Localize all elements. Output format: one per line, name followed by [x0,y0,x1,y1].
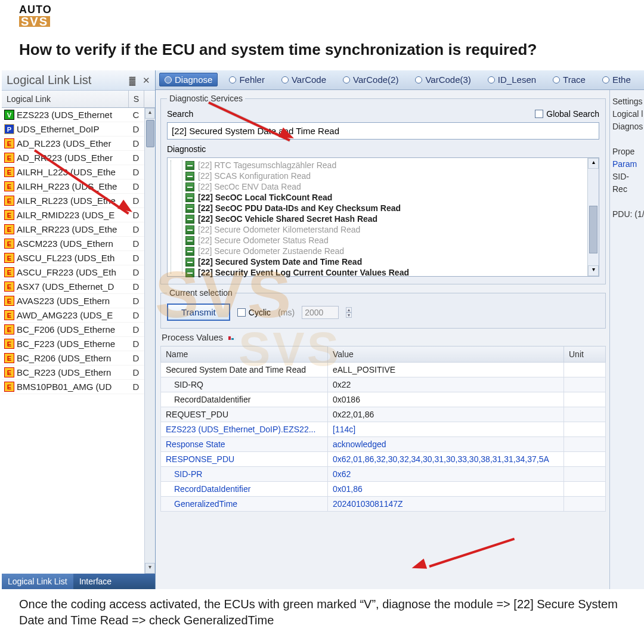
link-status: D [130,353,142,363]
search-input[interactable]: [22] Secured System Date and Time Read [167,122,599,140]
process-value-row[interactable]: REQUEST_PDU0x22,01,86 [161,407,606,422]
link-status: D [130,253,142,263]
link-name: BC_R223 (UDS_Ethern [17,367,130,377]
process-value-row[interactable]: Secured System Date and Time ReadeALL_PO… [161,363,606,377]
tab-varcode(3)[interactable]: VarCode(3) [410,73,476,86]
diagnostic-tree-item[interactable]: [22] Secure Odometer Kilometerstand Read [185,224,586,235]
tab-interface[interactable]: Interface [73,574,117,589]
pv-unit [564,422,606,437]
scroll-thumb[interactable] [146,120,154,147]
transmit-button[interactable]: Transmit [167,304,230,321]
tab-id_lesen[interactable]: ID_Lesen [482,73,541,86]
diagnostic-tree-item[interactable]: [22] Secure Odometer Status Read [185,235,586,246]
diagnostic-tree-item[interactable]: [22] SCAS Konfiguration Read [185,171,586,181]
process-value-row[interactable]: SID-PR0x62 [161,467,606,482]
status-badge-icon: E [4,153,14,163]
pin-icon[interactable]: ▓ [129,76,135,85]
radio-icon [488,76,495,83]
right-panel-item: Prope [612,147,642,156]
logical-link-item[interactable]: EASX7 (UDS_Ethernet_DD [2,280,155,294]
tree-scroll-down-icon[interactable]: ▾ [588,265,599,276]
link-name: AILR_RL223 (UDS_Ethe [17,196,130,206]
logical-link-item[interactable]: EBC_R223 (UDS_EthernD [2,366,155,380]
interval-input[interactable]: 2000 [302,306,339,319]
tab-diagnose[interactable]: Diagnose [159,73,218,86]
tab-logical-link-list[interactable]: Logical Link List [2,574,73,589]
logical-link-item[interactable]: EAWD_AMG223 (UDS_ED [2,308,155,323]
process-value-row[interactable]: SID-RQ0x22 [161,377,606,392]
col-name[interactable]: Name [161,346,328,363]
logical-link-item[interactable]: EASCU_FL223 (UDS_EthD [2,251,155,265]
diagnostic-tree-item[interactable]: [22] SecOC Local TickCount Read [185,192,586,203]
logical-link-item[interactable]: VEZS223 (UDS_EthernetC^ [2,108,155,122]
sidebar-title: Logical Link List [7,73,91,87]
process-value-row[interactable]: EZS223 (UDS_Ethernet_DoIP).EZS22...[114c… [161,422,606,437]
diagnostic-tree-item[interactable]: [22] SecOC PDU Data-IDs and Key Checksum… [185,203,586,213]
tab-fehler[interactable]: Fehler [224,73,270,86]
global-search-checkbox[interactable]: Global Search [535,109,599,119]
process-value-row[interactable]: Response Stateacknowledged [161,437,606,452]
status-badge-icon: E [4,167,14,177]
logical-link-item[interactable]: EBC_R206 (UDS_EthernD [2,351,155,366]
logical-link-list[interactable]: ▴ ▾ VEZS223 (UDS_EthernetC^PUDS_Ethernet… [2,108,155,574]
col-unit[interactable]: Unit [564,346,606,363]
logical-link-item[interactable]: EBC_F223 (UDS_EtherneD [2,337,155,351]
diagnostic-tree-item[interactable]: [22] SecOc ENV Data Read [185,181,586,192]
sidebar-scrollbar[interactable]: ▴ ▾ [144,108,155,574]
tab-varcode[interactable]: VarCode [276,73,332,86]
cyclic-label: Cyclic [249,308,271,317]
diagnostic-tree-item[interactable]: [22] RTC Tagesumschlagzähler Read [185,160,586,171]
tab-label: VarCode [292,75,326,85]
col-value[interactable]: Value [328,346,564,363]
cyclic-checkbox[interactable]: Cyclic [237,308,271,317]
logical-link-item[interactable]: EAILRH_R223 (UDS_EtheD [2,179,155,194]
logical-link-item[interactable]: EASCM223 (UDS_EthernD [2,237,155,251]
tab-ethe[interactable]: Ethe [597,73,636,86]
link-status: C [130,110,142,120]
diagnostic-tree-box[interactable]: [22] RTC Tagesumschlagzähler Read[22] SC… [167,157,599,277]
logical-link-item[interactable]: EBMS10PB01_AMG (UDDv [2,380,155,394]
service-icon [185,247,194,256]
tree-scrollbar[interactable]: ▴ ▾ [587,158,599,276]
link-name: EZS223 (UDS_Ethernet [17,110,130,120]
tree-scroll-thumb[interactable] [589,206,597,253]
chart-icon[interactable] [228,335,236,340]
process-value-row[interactable]: RecordDataIdentifier0x0186 [161,392,606,407]
tab-label: Diagnose [175,75,212,85]
logical-link-item[interactable]: EAILRH_L223 (UDS_EtheD [2,165,155,179]
tree-scroll-up-icon[interactable]: ▴ [588,158,599,169]
diagnostic-tree-item[interactable]: [22] Security Event Log Current Counter … [185,267,586,278]
interval-spin-buttons[interactable]: ▴▾ [346,307,352,318]
status-badge-icon: E [4,224,14,234]
radio-icon [553,76,560,83]
logical-link-item[interactable]: EAILR_RL223 (UDS_EtheD [2,194,155,208]
diagnostic-tree-item[interactable]: [22] SecOC Vehicle Shared Secret Hash Re… [185,213,586,224]
scroll-up-icon[interactable]: ▴ [145,108,155,119]
logical-link-item[interactable]: PUDS_Ethernet_DoIPD [2,122,155,137]
logical-link-item[interactable]: EAD_RR223 (UDS_EtherD [2,151,155,165]
main-area: DiagnoseFehlerVarCodeVarCode(2)VarCode(3… [156,70,644,589]
status-badge-icon: E [4,339,14,349]
radio-icon [602,76,609,83]
logical-link-item[interactable]: EAD_RL223 (UDS_EtherD [2,137,155,151]
tab-varcode(2)[interactable]: VarCode(2) [338,73,404,86]
service-icon [185,258,194,267]
logical-link-item[interactable]: EAVAS223 (UDS_EthernD [2,294,155,308]
col-status[interactable]: S [129,91,144,107]
logical-link-item[interactable]: EAILR_RR223 (UDS_EtheD [2,222,155,237]
logical-link-item[interactable]: EBC_F206 (UDS_EtherneD [2,323,155,337]
status-badge-icon: E [4,310,14,320]
link-name: AVAS223 (UDS_Ethern [17,296,130,306]
logical-link-item[interactable]: EAILR_RMID223 (UDS_ED [2,208,155,222]
logical-link-item[interactable]: EASCU_FR223 (UDS_EthD [2,265,155,280]
process-value-row[interactable]: RESPONSE_PDU0x62,01,86,32,30,32,34,30,31… [161,452,606,467]
process-value-row[interactable]: RecordDataIdentifier0x01,86 [161,482,606,497]
diagnostic-tree-item[interactable]: [22] Secured System Date and Time Read [185,256,586,267]
checkbox-icon [535,110,543,118]
col-logical-link[interactable]: Logical Link [2,91,129,107]
tab-trace[interactable]: Trace [547,73,591,86]
close-icon[interactable]: ✕ [143,75,150,86]
scroll-down-icon[interactable]: ▾ [145,563,155,574]
diagnostic-tree-item[interactable]: [22] Secure Odometer Zustaende Read [185,246,586,256]
process-value-row[interactable]: GeneralizedTime20240103081147Z [161,497,606,512]
